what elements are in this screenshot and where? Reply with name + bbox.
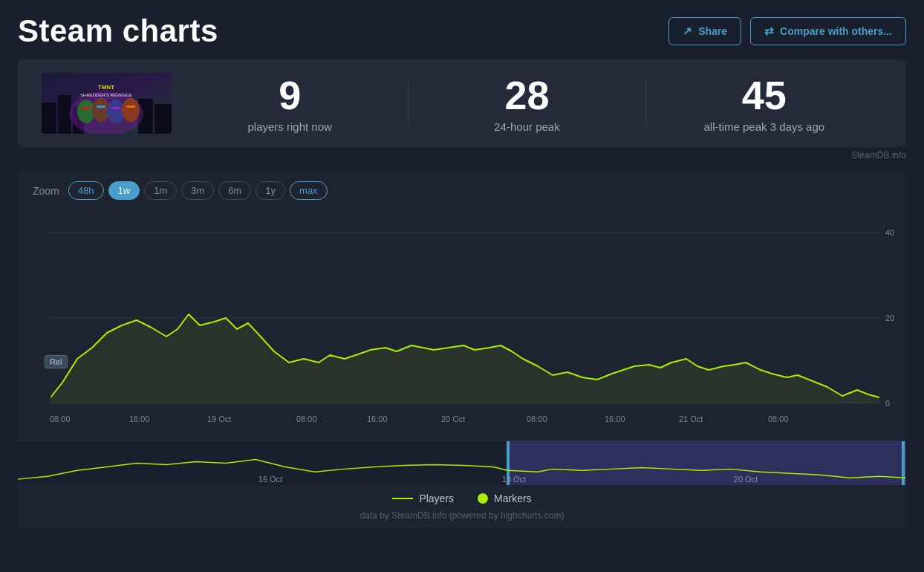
svg-rect-14 [126, 105, 135, 108]
rel-badge: Rel [45, 355, 68, 368]
svg-rect-13 [111, 107, 120, 109]
svg-text:TMNT: TMNT [98, 84, 114, 91]
chart-section: Zoom 48h 1w 1m 3m 6m 1y max 40 20 0 08:0… [18, 169, 906, 530]
zoom-controls: Zoom 48h 1w 1m 3m 6m 1y max [18, 181, 906, 210]
compare-icon: ⇄ [764, 25, 774, 38]
game-thumbnail: TMNT SHREDDER'S REVENGE [42, 73, 172, 134]
site-title: Steam charts [18, 13, 218, 49]
steamdb-credit: SteamDB.info [0, 147, 924, 163]
zoom-48h[interactable]: 48h [68, 181, 104, 200]
players-line-icon [392, 498, 413, 499]
svg-text:08:00: 08:00 [50, 415, 71, 423]
legend-players: Players [392, 493, 454, 504]
svg-text:20: 20 [885, 313, 894, 322]
svg-text:16:00: 16:00 [605, 415, 625, 423]
current-players-number: 9 [172, 74, 408, 117]
markers-label: Markers [494, 493, 532, 504]
zoom-1y[interactable]: 1y [256, 181, 285, 200]
svg-text:08:00: 08:00 [296, 415, 317, 423]
zoom-1w[interactable]: 1w [108, 181, 140, 200]
steamdb-credit-text: SteamDB.info [851, 150, 906, 160]
zoom-1m[interactable]: 1m [144, 181, 177, 200]
mini-navigator[interactable]: 16 Oct 18 Oct 20 Oct [18, 441, 906, 485]
svg-rect-12 [97, 105, 105, 108]
compare-button[interactable]: ⇄ Compare with others... [750, 17, 906, 45]
svg-text:21 Oct: 21 Oct [679, 415, 703, 423]
peak-24h-label: 24-hour peak [409, 120, 645, 133]
page-header: Steam charts ↗ Share ⇄ Compare with othe… [0, 0, 924, 59]
current-players-block: 9 players right now [172, 74, 408, 133]
svg-text:16 Oct: 16 Oct [258, 475, 282, 484]
legend-markers: Markers [478, 493, 532, 504]
zoom-3m[interactable]: 3m [181, 181, 214, 200]
players-label: Players [419, 493, 454, 504]
current-players-label: players right now [172, 120, 408, 133]
all-time-peak-block: 45 all-time peak 3 days ago [646, 74, 882, 133]
all-time-peak-label: all-time peak 3 days ago [646, 120, 882, 133]
svg-point-10 [122, 98, 140, 122]
svg-text:SHREDDER'S REVENGE: SHREDDER'S REVENGE [80, 93, 132, 97]
svg-text:20 Oct: 20 Oct [734, 475, 758, 484]
peak-24h-number: 28 [409, 74, 645, 117]
data-credit: data by SteamDB.info (powered by highcha… [18, 509, 906, 530]
svg-text:19 Oct: 19 Oct [207, 415, 231, 423]
svg-rect-11 [82, 107, 91, 109]
svg-text:18 Oct: 18 Oct [502, 475, 526, 484]
share-button[interactable]: ↗ Share [668, 17, 741, 45]
zoom-max[interactable]: max [290, 181, 328, 200]
data-credit-text: data by SteamDB.info (powered by highcha… [360, 510, 565, 521]
svg-text:16:00: 16:00 [129, 415, 150, 423]
svg-text:08:00: 08:00 [768, 415, 789, 423]
svg-rect-5 [154, 104, 172, 134]
chart-legend: Players Markers [18, 485, 906, 509]
compare-label: Compare with others... [780, 25, 892, 37]
zoom-label: Zoom [33, 185, 59, 197]
svg-text:40: 40 [885, 228, 894, 237]
stats-panel: TMNT SHREDDER'S REVENGE 9 players right … [18, 59, 906, 147]
svg-rect-38 [508, 441, 906, 485]
share-label: Share [698, 25, 727, 37]
all-time-peak-number: 45 [646, 74, 882, 117]
main-chart: 40 20 0 08:00 16:00 19 Oct 08:00 16:00 2… [18, 210, 906, 441]
share-icon: ↗ [683, 25, 692, 38]
svg-rect-1 [42, 103, 56, 134]
zoom-6m[interactable]: 6m [218, 181, 251, 200]
markers-dot-icon [478, 493, 488, 504]
svg-text:0: 0 [885, 399, 890, 408]
svg-text:16:00: 16:00 [367, 415, 388, 423]
svg-text:20 Oct: 20 Oct [441, 415, 465, 423]
svg-rect-40 [902, 441, 905, 485]
svg-rect-37 [263, 441, 508, 485]
svg-text:08:00: 08:00 [527, 415, 547, 423]
header-actions: ↗ Share ⇄ Compare with others... [668, 17, 906, 45]
peak-24h-block: 28 24-hour peak [409, 74, 645, 133]
